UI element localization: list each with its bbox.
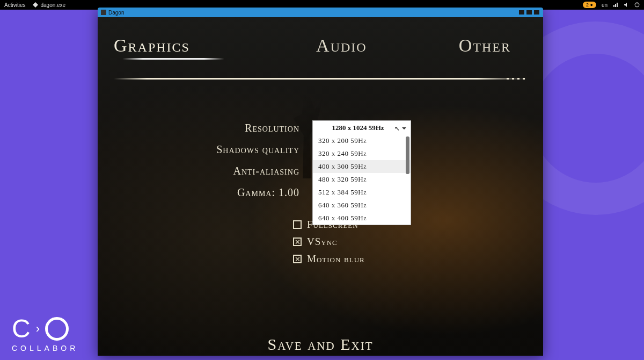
collabora-logo: C › COLLABOR (12, 316, 78, 352)
game-settings-screen: Graphics Audio Other Resolution 1280 x 1… (98, 17, 543, 356)
checkbox-box (293, 220, 302, 229)
tab-other[interactable]: Other (459, 35, 511, 60)
window-titlebar[interactable]: Dagon (98, 8, 543, 17)
checkbox-box (293, 237, 302, 246)
resolution-option[interactable]: 480 x 320 59Hz (313, 173, 411, 186)
anti-aliasing-label: Anti-aliasing (130, 165, 312, 177)
motion-blur-checkbox[interactable]: Motion blur (293, 250, 543, 268)
svg-marker-0 (33, 2, 38, 8)
vsync-checkbox[interactable]: VSync (293, 233, 543, 250)
app-window: Dagon Graphics Audio Other Resolution 12… (98, 8, 543, 356)
motion-blur-label: Motion blur (307, 253, 365, 265)
notification-pill[interactable]: 2 ● (583, 2, 596, 8)
resolution-option[interactable]: 400 x 300 59Hz (313, 160, 411, 173)
svg-rect-3 (101, 10, 106, 15)
activities-button[interactable]: Activities (4, 2, 25, 8)
power-icon[interactable] (634, 2, 640, 8)
logo-c-glyph: C (12, 316, 31, 342)
settings-tabs: Graphics Audio Other (98, 17, 543, 60)
topbar-app[interactable]: dagon.exe (33, 2, 65, 8)
logo-o-glyph (45, 317, 69, 341)
gamma-label: Gamma: 1.00 (130, 186, 312, 199)
logo-arrow-icon: › (36, 322, 40, 336)
volume-icon[interactable] (624, 2, 629, 8)
network-icon[interactable] (613, 2, 618, 8)
resolution-dropdown[interactable]: 1280 x 1024 59Hz ↖ (312, 120, 411, 135)
checkbox-box (293, 255, 302, 263)
resolution-option[interactable]: 320 x 240 59Hz (313, 147, 411, 160)
graphics-settings: Resolution 1280 x 1024 59Hz ↖ 320 x 200 … (98, 117, 543, 203)
window-minimize-button[interactable] (518, 10, 525, 15)
tab-underline (122, 58, 224, 60)
shadows-quality-label: Shadows quality (130, 143, 312, 156)
window-close-button[interactable] (533, 10, 540, 15)
save-and-exit-button[interactable]: Save and Exit (98, 335, 543, 354)
window-title: Dagon (108, 10, 124, 16)
app-icon (101, 10, 106, 15)
logo-text: COLLABOR (12, 344, 78, 352)
keyboard-layout-indicator[interactable]: en (602, 2, 608, 8)
topbar-app-name: dagon.exe (40, 2, 65, 8)
cursor-icon: ↖ (394, 125, 400, 133)
tab-audio[interactable]: Audio (316, 35, 367, 60)
resolution-options[interactable]: 320 x 200 59Hz 320 x 240 59Hz 400 x 300 … (312, 134, 411, 225)
chevron-down-icon (401, 124, 407, 134)
tab-graphics[interactable]: Graphics (114, 35, 224, 56)
divider (114, 78, 527, 80)
vsync-label: VSync (307, 236, 338, 248)
resolution-option[interactable]: 512 x 384 59Hz (313, 186, 411, 199)
resolution-option[interactable]: 320 x 200 59Hz (313, 134, 411, 147)
resolution-option[interactable]: 640 x 400 59Hz (313, 212, 411, 225)
resolution-label: Resolution (130, 122, 312, 134)
window-maximize-button[interactable] (526, 10, 532, 15)
resolution-option[interactable]: 640 x 360 59Hz (313, 199, 411, 212)
diamond-icon (33, 2, 38, 8)
svg-rect-2 (637, 2, 638, 4)
